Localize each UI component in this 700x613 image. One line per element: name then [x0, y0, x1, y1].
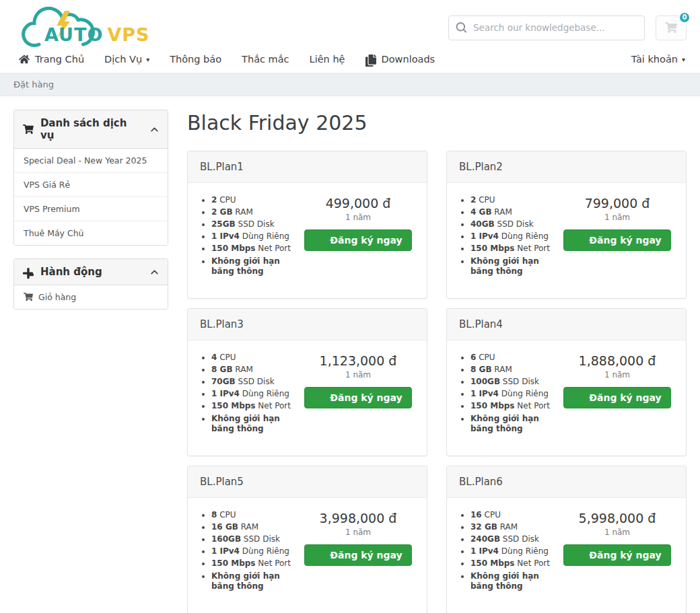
plan-price-box: 3,998,000 đ 1 năm Đăng ký ngay: [302, 510, 415, 593]
plan-feature: 100GB SSD Disk: [470, 377, 561, 387]
plan-feature: 150 Mbps Net Port: [211, 244, 302, 254]
main-nav: Trang Chủ Dịch Vụ ▾ Thông báo Thắc mắc L…: [0, 52, 700, 73]
nav-item-account[interactable]: Tài khoản ▾: [631, 54, 685, 65]
plan-price-box: 799,000 đ 1 năm Đăng ký ngay: [561, 195, 674, 279]
nav-item[interactable]: Thông báo: [170, 54, 221, 65]
order-button[interactable]: Đăng ký ngay: [304, 229, 411, 251]
sidebar-item-label: Special Deal - New Year 2025: [24, 155, 147, 166]
plan-feature: Không giới hạn băng thông: [211, 256, 302, 277]
plan-feature-list: 16 CPU32 GB RAM240GB SSD Disk1 IPv4 Dùng…: [459, 510, 561, 593]
plan-feature: 1 IPv4 Dùng Riêng: [211, 389, 302, 399]
services-panel-header[interactable]: Danh sách dịch vụ: [14, 110, 168, 149]
plan-term: 1 năm: [302, 213, 415, 222]
order-button-label: Đăng ký ngay: [330, 550, 402, 561]
plan-card: BL.Plan3 4 CPU8 GB RAM70GB SSD Disk1 IPv…: [187, 308, 427, 456]
plan-feature: 2 CPU: [211, 195, 302, 205]
order-button-label: Đăng ký ngay: [330, 392, 402, 403]
plan-feature: Không giới hạn băng thông: [211, 571, 302, 591]
order-button-label: Đăng ký ngay: [589, 550, 661, 561]
sidebar: Danh sách dịch vụ Special Deal - New Yea…: [13, 110, 168, 310]
plan-name: BL.Plan5: [188, 466, 427, 498]
plan-grid: BL.Plan1 2 CPU2 GB RAM25GB SSD Disk1 IPv…: [187, 151, 687, 613]
plan-body: 8 CPU16 GB RAM160GB SSD Disk1 IPv4 Dùng …: [188, 498, 427, 593]
sidebar-item[interactable]: Special Deal - New Year 2025: [14, 149, 168, 172]
plan-feature: 16 CPU: [470, 510, 561, 520]
order-button[interactable]: Đăng ký ngay: [563, 229, 670, 251]
sidebar-item-label: Giỏ hàng: [38, 292, 76, 302]
page-title: Black Friday 2025: [187, 111, 687, 135]
sidebar-item[interactable]: VPS Giá Rẻ: [14, 172, 168, 196]
site-header: AUTOVPS 0: [0, 0, 700, 52]
header-cart-button[interactable]: 0: [656, 15, 687, 40]
plan-body: 2 CPU2 GB RAM25GB SSD Disk1 IPv4 Dùng Ri…: [188, 183, 427, 279]
plan-feature: 2 CPU: [470, 195, 561, 205]
order-button[interactable]: Đăng ký ngay: [563, 387, 670, 408]
plan-feature-list: 2 CPU4 GB RAM40GB SSD Disk1 IPv4 Dùng Ri…: [459, 195, 561, 279]
plan-price-box: 1,123,000 đ 1 năm Đăng ký ngay: [302, 353, 415, 436]
services-panel-title: Danh sách dịch vụ: [40, 117, 143, 141]
plus-icon: [23, 267, 34, 277]
order-button[interactable]: Đăng ký ngay: [304, 544, 411, 566]
downloads-icon: [365, 55, 376, 64]
plan-feature: Không giới hạn băng thông: [211, 414, 302, 434]
sidebar-item[interactable]: Thuê Máy Chủ: [14, 221, 168, 245]
nav-item[interactable]: Thắc mắc: [242, 54, 289, 65]
plan-body: 2 CPU4 GB RAM40GB SSD Disk1 IPv4 Dùng Ri…: [447, 183, 686, 279]
nav-item-label: Downloads: [382, 54, 435, 65]
order-button[interactable]: Đăng ký ngay: [304, 387, 411, 408]
plan-feature: 1 IPv4 Dùng Riêng: [470, 546, 561, 556]
cart-icon: [573, 236, 584, 245]
nav-item[interactable]: Trang Chủ: [19, 54, 84, 65]
sidebar-item-label: VPS Giá Rẻ: [24, 180, 70, 190]
plan-feature: 1 IPv4 Dùng Riêng: [211, 231, 302, 242]
cart-icon: [665, 22, 677, 33]
nav-item-label: Tài khoản: [631, 54, 678, 65]
plan-name: BL.Plan3: [188, 309, 427, 340]
search-input[interactable]: [448, 15, 645, 40]
nav-item[interactable]: Liên hệ: [310, 54, 345, 65]
autovps-logo[interactable]: AUTOVPS: [12, 7, 153, 48]
plan-feature-list: 6 CPU8 GB RAM100GB SSD Disk1 IPv4 Dùng R…: [459, 353, 561, 436]
plan-feature: 4 GB RAM: [470, 207, 561, 217]
plan-feature: 150 Mbps Net Port: [470, 558, 561, 569]
actions-panel-header[interactable]: Hành động: [14, 259, 168, 285]
order-button[interactable]: Đăng ký ngay: [563, 544, 670, 566]
plan-name: BL.Plan2: [447, 151, 686, 183]
plan-feature: Không giới hạn băng thông: [470, 571, 561, 591]
chevron-up-icon: [150, 125, 159, 134]
plan-price: 799,000 đ: [561, 196, 674, 211]
plan-feature: Không giới hạn băng thông: [470, 414, 561, 434]
search-box: [448, 15, 645, 40]
plan-price: 1,888,000 đ: [561, 353, 674, 368]
nav-item[interactable]: Dịch Vụ ▾: [104, 54, 149, 65]
plan-price-box: 499,000 đ 1 năm Đăng ký ngay: [302, 195, 415, 279]
plan-feature: 8 CPU: [211, 510, 302, 520]
logo-text: AUTOVPS: [44, 24, 150, 45]
plan-term: 1 năm: [561, 213, 674, 222]
chevron-down-icon: ▾: [146, 56, 149, 63]
sidebar-item[interactable]: Giỏ hàng: [14, 285, 168, 309]
actions-panel-title: Hành động: [40, 266, 102, 278]
plan-term: 1 năm: [561, 370, 674, 380]
breadcrumb: Đặt hàng: [0, 73, 700, 96]
plan-body: 4 CPU8 GB RAM70GB SSD Disk1 IPv4 Dùng Ri…: [188, 340, 427, 436]
nav-item[interactable]: Downloads: [365, 54, 435, 65]
cart-icon: [314, 236, 324, 245]
plan-feature: 8 GB RAM: [211, 365, 302, 375]
sidebar-item[interactable]: VPS Premium: [14, 196, 168, 221]
order-button-label: Đăng ký ngay: [589, 392, 661, 403]
cart-icon: [23, 124, 34, 135]
plan-feature-list: 4 CPU8 GB RAM70GB SSD Disk1 IPv4 Dùng Ri…: [200, 353, 302, 436]
breadcrumb-item[interactable]: Đặt hàng: [13, 79, 54, 89]
plan-feature: 6 CPU: [470, 353, 561, 363]
cart-icon: [573, 550, 584, 560]
plan-feature: 70GB SSD Disk: [211, 377, 302, 387]
sidebar-item-label: VPS Premium: [24, 204, 80, 214]
sidebar-item-label: Thuê Máy Chủ: [24, 228, 84, 238]
plan-card: BL.Plan2 2 CPU4 GB RAM40GB SSD Disk1 IPv…: [446, 151, 687, 299]
plan-price: 5,998,000 đ: [561, 511, 674, 526]
plan-feature-list: 8 CPU16 GB RAM160GB SSD Disk1 IPv4 Dùng …: [200, 510, 302, 593]
cart-count-badge: 0: [678, 11, 691, 24]
plan-feature: 8 GB RAM: [470, 365, 561, 375]
order-button-label: Đăng ký ngay: [589, 235, 661, 246]
